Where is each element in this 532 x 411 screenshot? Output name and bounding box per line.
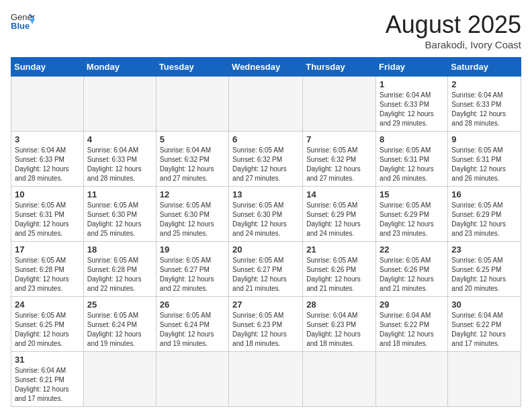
logo: General Blue (11, 11, 35, 31)
day-number: 22 (380, 244, 444, 255)
day-info: Sunrise: 6:05 AM Sunset: 6:23 PM Dayligh… (232, 311, 299, 349)
calendar-cell (156, 77, 228, 132)
calendar-cell: 6Sunrise: 6:05 AM Sunset: 6:32 PM Daylig… (229, 132, 303, 187)
day-info: Sunrise: 6:05 AM Sunset: 6:26 PM Dayligh… (306, 256, 372, 293)
day-info: Sunrise: 6:05 AM Sunset: 6:28 PM Dayligh… (87, 256, 152, 293)
day-number: 16 (451, 189, 517, 199)
title-area: August 2025 Barakodi, Ivory Coast (386, 11, 521, 50)
calendar-cell: 12Sunrise: 6:05 AM Sunset: 6:30 PM Dayli… (156, 187, 228, 242)
day-number: 7 (306, 134, 372, 144)
day-number: 13 (232, 189, 299, 199)
day-number: 23 (451, 244, 517, 255)
calendar-cell (376, 352, 448, 407)
day-number: 15 (380, 189, 444, 199)
calendar-cell (229, 77, 303, 132)
day-number: 31 (15, 355, 80, 365)
calendar-cell: 17Sunrise: 6:05 AM Sunset: 6:28 PM Dayli… (11, 242, 84, 297)
day-number: 3 (15, 134, 80, 144)
calendar-cell: 11Sunrise: 6:05 AM Sunset: 6:30 PM Dayli… (83, 187, 156, 242)
calendar-cell: 7Sunrise: 6:05 AM Sunset: 6:32 PM Daylig… (303, 132, 376, 187)
day-info: Sunrise: 6:05 AM Sunset: 6:25 PM Dayligh… (451, 256, 517, 293)
day-info: Sunrise: 6:04 AM Sunset: 6:23 PM Dayligh… (306, 311, 372, 349)
calendar-week-1: 1Sunrise: 6:04 AM Sunset: 6:33 PM Daylig… (11, 77, 521, 132)
calendar-cell: 30Sunrise: 6:04 AM Sunset: 6:22 PM Dayli… (448, 297, 521, 352)
calendar-cell: 23Sunrise: 6:05 AM Sunset: 6:25 PM Dayli… (448, 242, 521, 297)
column-header-tuesday: Tuesday (156, 58, 228, 77)
calendar-cell: 15Sunrise: 6:05 AM Sunset: 6:29 PM Dayli… (376, 187, 448, 242)
calendar-cell: 3Sunrise: 6:04 AM Sunset: 6:33 PM Daylig… (11, 132, 84, 187)
day-info: Sunrise: 6:04 AM Sunset: 6:22 PM Dayligh… (380, 311, 444, 349)
day-number: 6 (232, 134, 299, 144)
day-info: Sunrise: 6:04 AM Sunset: 6:33 PM Dayligh… (15, 146, 80, 183)
day-info: Sunrise: 6:04 AM Sunset: 6:21 PM Dayligh… (15, 366, 80, 404)
column-header-friday: Friday (376, 58, 448, 77)
calendar-cell: 26Sunrise: 6:05 AM Sunset: 6:24 PM Dayli… (156, 297, 228, 352)
calendar-cell: 8Sunrise: 6:05 AM Sunset: 6:31 PM Daylig… (376, 132, 448, 187)
calendar-cell (303, 77, 376, 132)
calendar-cell: 10Sunrise: 6:05 AM Sunset: 6:31 PM Dayli… (11, 187, 84, 242)
calendar-cell: 24Sunrise: 6:05 AM Sunset: 6:25 PM Dayli… (11, 297, 84, 352)
day-number: 14 (306, 189, 372, 199)
column-header-thursday: Thursday (303, 58, 376, 77)
day-number: 28 (306, 300, 372, 310)
day-info: Sunrise: 6:04 AM Sunset: 6:32 PM Dayligh… (160, 146, 225, 183)
calendar-cell: 18Sunrise: 6:05 AM Sunset: 6:28 PM Dayli… (83, 242, 156, 297)
calendar-cell: 20Sunrise: 6:05 AM Sunset: 6:27 PM Dayli… (229, 242, 303, 297)
calendar-cell: 9Sunrise: 6:05 AM Sunset: 6:31 PM Daylig… (448, 132, 521, 187)
calendar-cell: 28Sunrise: 6:04 AM Sunset: 6:23 PM Dayli… (303, 297, 376, 352)
day-info: Sunrise: 6:05 AM Sunset: 6:27 PM Dayligh… (160, 256, 225, 293)
day-number: 1 (380, 79, 444, 89)
day-info: Sunrise: 6:05 AM Sunset: 6:29 PM Dayligh… (451, 201, 517, 238)
day-info: Sunrise: 6:05 AM Sunset: 6:24 PM Dayligh… (87, 311, 152, 349)
calendar-cell: 2Sunrise: 6:04 AM Sunset: 6:33 PM Daylig… (448, 77, 521, 132)
calendar-cell: 21Sunrise: 6:05 AM Sunset: 6:26 PM Dayli… (303, 242, 376, 297)
calendar-cell: 14Sunrise: 6:05 AM Sunset: 6:29 PM Dayli… (303, 187, 376, 242)
calendar-cell: 19Sunrise: 6:05 AM Sunset: 6:27 PM Dayli… (156, 242, 228, 297)
calendar-header-row: SundayMondayTuesdayWednesdayThursdayFrid… (11, 58, 521, 77)
day-number: 29 (380, 300, 444, 310)
month-title: August 2025 (386, 11, 521, 39)
day-number: 12 (160, 189, 225, 199)
calendar-cell (303, 352, 376, 407)
calendar-cell: 4Sunrise: 6:04 AM Sunset: 6:33 PM Daylig… (83, 132, 156, 187)
day-info: Sunrise: 6:05 AM Sunset: 6:29 PM Dayligh… (380, 201, 444, 238)
day-info: Sunrise: 6:05 AM Sunset: 6:29 PM Dayligh… (306, 201, 372, 238)
day-info: Sunrise: 6:05 AM Sunset: 6:30 PM Dayligh… (232, 201, 299, 238)
calendar-cell: 16Sunrise: 6:05 AM Sunset: 6:29 PM Dayli… (448, 187, 521, 242)
day-number: 17 (15, 244, 80, 255)
calendar-cell: 22Sunrise: 6:05 AM Sunset: 6:26 PM Dayli… (376, 242, 448, 297)
calendar-cell (156, 352, 228, 407)
day-info: Sunrise: 6:05 AM Sunset: 6:32 PM Dayligh… (232, 146, 299, 183)
day-info: Sunrise: 6:05 AM Sunset: 6:31 PM Dayligh… (451, 146, 517, 183)
day-number: 25 (87, 300, 152, 310)
day-number: 9 (451, 134, 517, 144)
day-info: Sunrise: 6:04 AM Sunset: 6:33 PM Dayligh… (451, 91, 517, 128)
day-info: Sunrise: 6:04 AM Sunset: 6:33 PM Dayligh… (87, 146, 152, 183)
day-number: 4 (87, 134, 152, 144)
day-info: Sunrise: 6:05 AM Sunset: 6:30 PM Dayligh… (87, 201, 152, 238)
day-number: 20 (232, 244, 299, 255)
day-info: Sunrise: 6:05 AM Sunset: 6:32 PM Dayligh… (306, 146, 372, 183)
day-info: Sunrise: 6:05 AM Sunset: 6:26 PM Dayligh… (380, 256, 444, 293)
day-number: 11 (87, 189, 152, 199)
svg-text:Blue: Blue (11, 21, 30, 31)
column-header-sunday: Sunday (11, 58, 84, 77)
calendar-cell (83, 352, 156, 407)
day-number: 10 (15, 189, 80, 199)
calendar-week-6: 31Sunrise: 6:04 AM Sunset: 6:21 PM Dayli… (11, 352, 521, 407)
calendar-cell (448, 352, 521, 407)
page-header: General Blue August 2025 Barakodi, Ivory… (11, 11, 521, 50)
calendar-week-4: 17Sunrise: 6:05 AM Sunset: 6:28 PM Dayli… (11, 242, 521, 297)
calendar-cell (229, 352, 303, 407)
day-info: Sunrise: 6:05 AM Sunset: 6:31 PM Dayligh… (15, 201, 80, 238)
day-info: Sunrise: 6:05 AM Sunset: 6:28 PM Dayligh… (15, 256, 80, 293)
column-header-wednesday: Wednesday (229, 58, 303, 77)
day-info: Sunrise: 6:05 AM Sunset: 6:24 PM Dayligh… (160, 311, 225, 349)
day-number: 30 (451, 300, 517, 310)
calendar-week-3: 10Sunrise: 6:05 AM Sunset: 6:31 PM Dayli… (11, 187, 521, 242)
day-number: 19 (160, 244, 225, 255)
day-info: Sunrise: 6:04 AM Sunset: 6:22 PM Dayligh… (451, 311, 517, 349)
calendar-cell: 1Sunrise: 6:04 AM Sunset: 6:33 PM Daylig… (376, 77, 448, 132)
day-info: Sunrise: 6:04 AM Sunset: 6:33 PM Dayligh… (380, 91, 444, 128)
day-number: 24 (15, 300, 80, 310)
